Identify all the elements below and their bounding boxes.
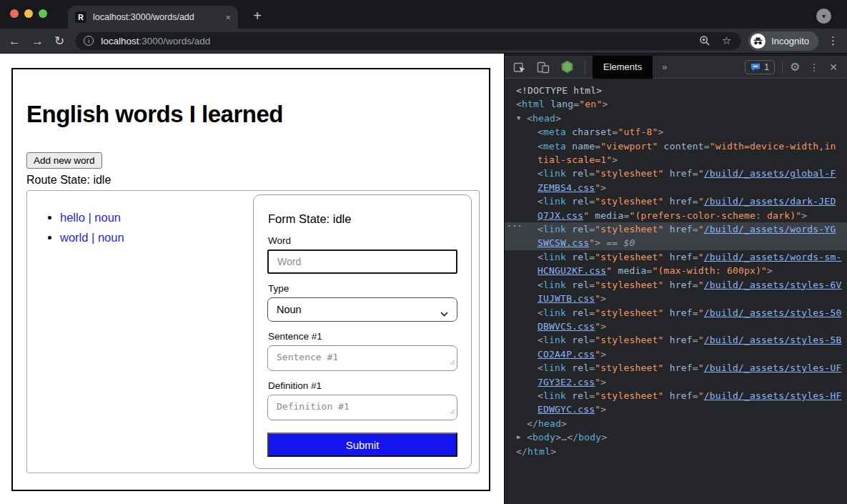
- code-token: ": [698, 280, 704, 290]
- dom-tree-node[interactable]: HCNGU2KF.css" media="(max-width: 600px)"…: [505, 264, 847, 277]
- code-token: <: [538, 252, 543, 262]
- code-token: href: [664, 335, 693, 345]
- code-token: >: [555, 432, 561, 443]
- code-token: =: [704, 141, 710, 152]
- browser-menu-icon[interactable]: ⋮: [828, 34, 838, 47]
- code-token: </: [567, 432, 578, 443]
- app-container: English words I learned Add new word Rou…: [11, 68, 490, 491]
- dom-tree-node[interactable]: <meta name="viewport" content="width=dev…: [505, 139, 847, 153]
- code-token: "stylesheet": [595, 307, 663, 318]
- dom-tree-node[interactable]: ZEMBS4.css">: [505, 181, 847, 194]
- code-token: <: [538, 141, 543, 152]
- zoom-page-icon[interactable]: [699, 35, 710, 46]
- dom-tree-node[interactable]: ▼<head>: [505, 112, 847, 125]
- code-token: SWCSW.css: [538, 237, 589, 248]
- forward-button[interactable]: →: [31, 35, 44, 47]
- dom-tree-node[interactable]: Q7JX.css" media="(prefers-color-scheme: …: [505, 209, 847, 222]
- inspect-element-icon[interactable]: [513, 61, 526, 74]
- code-token: >: [658, 127, 664, 137]
- definition-label: Definition #1: [268, 380, 457, 391]
- dom-tree-node[interactable]: ···<link rel="stylesheet" href="/build/_…: [505, 222, 847, 236]
- dom-tree-node[interactable]: <html lang="en">: [505, 97, 847, 111]
- dom-tree-node[interactable]: 7GY3E2.css">: [505, 375, 847, 389]
- dom-tree-node[interactable]: <link rel="stylesheet" href="/build/_ass…: [505, 167, 847, 180]
- browser-window: R localhost:3000/words/add × + ▾ ← → ↻ i…: [0, 0, 847, 504]
- tab-search-button[interactable]: ▾: [816, 9, 831, 24]
- minimize-window-button[interactable]: [24, 9, 33, 18]
- expand-arrow-closed-icon[interactable]: ▶: [517, 430, 521, 444]
- dom-tree-node[interactable]: tial-scale=1">: [505, 153, 847, 167]
- code-token: >: [555, 113, 561, 124]
- bookmark-star-icon[interactable]: ☆: [722, 34, 731, 47]
- dom-tree-node[interactable]: </html>: [505, 445, 847, 458]
- word-input[interactable]: [267, 249, 457, 274]
- definition-textarea[interactable]: [267, 395, 457, 420]
- node-extension-icon[interactable]: [560, 60, 574, 74]
- dom-tree-node[interactable]: </head>: [505, 417, 847, 430]
- devtools-menu-icon[interactable]: ⋮: [809, 61, 819, 73]
- code-token: >: [600, 404, 606, 415]
- code-token: "(prefers-color-scheme: dark)": [629, 210, 801, 221]
- code-token: >: [600, 349, 606, 360]
- page-viewport: English words I learned Add new word Rou…: [0, 54, 504, 504]
- dom-tree-node[interactable]: <link rel="stylesheet" href="/build/_ass…: [505, 333, 847, 347]
- dom-tree-node[interactable]: <link rel="stylesheet" href="/build/_ass…: [505, 306, 847, 320]
- code-token: >: [600, 377, 606, 387]
- devtools-close-icon[interactable]: ✕: [829, 61, 838, 73]
- dom-tree-node[interactable]: <link rel="stylesheet" href="/build/_ass…: [505, 361, 847, 375]
- reload-button[interactable]: ↻: [54, 35, 64, 47]
- page-info-icon[interactable]: i: [84, 36, 94, 46]
- code-token: 7GY3E2.css: [538, 377, 595, 387]
- back-button[interactable]: ←: [9, 35, 21, 47]
- sentence-textarea[interactable]: [267, 345, 457, 371]
- tab-close-icon[interactable]: ×: [225, 12, 231, 23]
- route-state-text: Route State: idle: [26, 174, 489, 187]
- url-text: localhost:3000/words/add: [101, 36, 688, 46]
- word-link[interactable]: hello | noun: [60, 211, 121, 224]
- code-token: head: [533, 113, 555, 124]
- dom-tree-node[interactable]: <!DOCTYPE html>: [505, 84, 847, 97]
- resize-grip-icon[interactable]: [450, 405, 455, 417]
- dom-tree-node[interactable]: ▶<body>…</body>: [505, 430, 847, 444]
- address-bar[interactable]: i localhost:3000/words/add ☆: [75, 32, 741, 50]
- dom-tree-node[interactable]: <link rel="stylesheet" href="/build/_ass…: [505, 389, 847, 402]
- word-link[interactable]: world | noun: [60, 231, 124, 244]
- dom-tree-node[interactable]: <link rel="stylesheet" href="/build/_ass…: [505, 250, 847, 264]
- tab-elements[interactable]: Elements: [593, 56, 653, 79]
- new-tab-button[interactable]: +: [249, 7, 266, 24]
- code-token: …: [561, 432, 567, 443]
- dom-tree-node[interactable]: <meta charset="utf-8">: [505, 125, 847, 139]
- submit-button[interactable]: Submit: [267, 433, 457, 457]
- dom-tree-node[interactable]: EDWGYC.css">: [505, 402, 847, 416]
- expand-arrow-open-icon[interactable]: ▼: [517, 112, 521, 125]
- node-actions-dots-icon[interactable]: ···: [507, 219, 522, 233]
- code-token: href: [664, 168, 693, 179]
- dom-tree-node[interactable]: <link rel="stylesheet" href="/build/_ass…: [505, 278, 847, 292]
- issues-counter[interactable]: 1: [745, 60, 775, 74]
- type-select[interactable]: Noun: [267, 297, 457, 322]
- dom-tree-node[interactable]: CO2A4P.css">: [505, 347, 847, 361]
- dom-tree-node[interactable]: <link rel="stylesheet" href="/build/_ass…: [505, 194, 847, 208]
- dom-tree-node[interactable]: SWCSW.css"> == $0: [505, 236, 847, 249]
- settings-gear-icon[interactable]: ⚙: [790, 60, 800, 74]
- dom-tree-node[interactable]: DBWVCS.css">: [505, 320, 847, 333]
- code-token: >: [600, 182, 606, 193]
- code-token: "stylesheet": [595, 168, 663, 179]
- add-new-word-button[interactable]: Add new word: [26, 152, 102, 169]
- code-token: >: [601, 432, 607, 443]
- dom-tree-node[interactable]: IUJWTB.css">: [505, 292, 847, 305]
- browser-tab[interactable]: R localhost:3000/words/add ×: [68, 6, 238, 29]
- code-token: /build/_assets/dark-JED: [704, 196, 836, 207]
- code-token: HCNGU2KF.css: [538, 265, 606, 276]
- code-token: rel: [566, 362, 589, 373]
- code-token: DBWVCS.css: [538, 321, 595, 332]
- resize-grip-icon[interactable]: [450, 355, 455, 368]
- page-title: English words I learned: [26, 101, 489, 128]
- code-token: rel: [566, 252, 589, 262]
- maximize-window-button[interactable]: [39, 9, 47, 18]
- close-window-button[interactable]: [10, 9, 19, 18]
- code-token: head: [538, 418, 561, 429]
- device-toolbar-icon[interactable]: [537, 61, 550, 74]
- more-panels-icon[interactable]: »: [662, 61, 666, 72]
- code-token: href: [664, 307, 693, 318]
